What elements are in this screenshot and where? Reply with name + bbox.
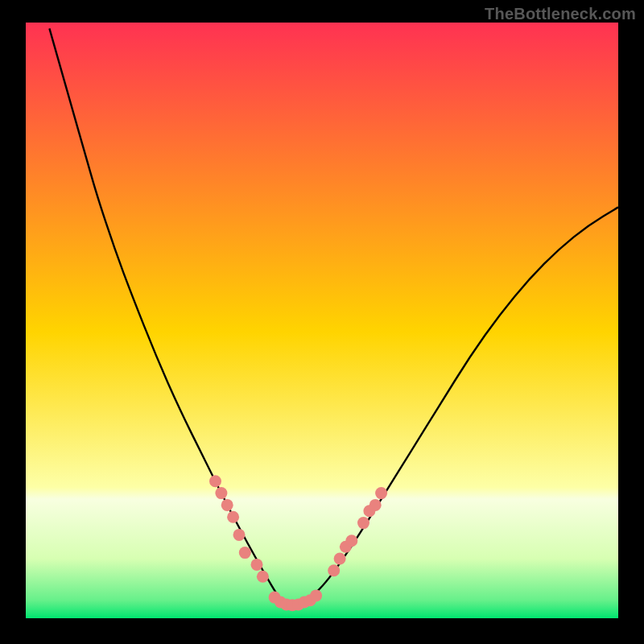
data-dot (334, 553, 346, 565)
data-dot (257, 571, 269, 583)
data-dot (215, 487, 227, 499)
data-dot (251, 559, 263, 571)
bottleneck-chart (0, 0, 644, 644)
data-dot (310, 589, 322, 601)
data-dot (221, 499, 233, 511)
plot-background (26, 23, 618, 618)
data-dot (328, 564, 340, 576)
attribution-label: TheBottleneck.com (485, 5, 636, 23)
data-dot (227, 511, 239, 523)
data-dot (375, 487, 387, 499)
data-dot (233, 529, 246, 541)
data-dot (369, 499, 382, 511)
data-dot (239, 547, 251, 559)
data-dot (345, 535, 357, 547)
data-dot (209, 475, 221, 487)
data-dot (357, 517, 369, 529)
chart-container: TheBottleneck.com (0, 0, 644, 644)
